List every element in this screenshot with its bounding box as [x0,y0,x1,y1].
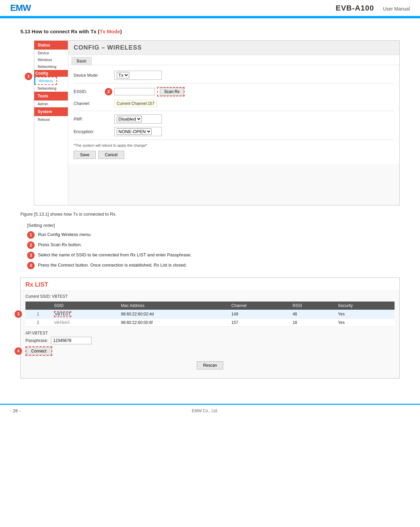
passphrase-input[interactable] [51,337,92,344]
step-badge-2: 2 [27,241,35,249]
page-content: 5.13 How to connect Rx with Tx (Tx Mode)… [0,18,420,397]
step-badge-3: 3 [27,252,35,259]
badge-1: 1 [25,73,32,80]
rx-list-content: Current SSID: VBTEST SSID Mac Address Ch… [21,291,399,378]
col-rssi: RSSI [289,302,335,310]
sidebar-system[interactable]: System [34,107,68,116]
sidebar-status[interactable]: Status [34,41,68,50]
row-num: 2 [25,319,51,327]
sidebar: Status Device Wireless Networking 1 Conf… [34,41,68,205]
encryption-select[interactable]: NONE-OPEN [114,127,162,136]
channel-value: Current Channel:157 [114,100,157,107]
step-4-text: Press the Connect button. Once connectio… [38,262,187,269]
rx-list-header: Rx LIST [21,278,399,291]
pmf-label: PMF: [74,117,114,122]
connect-highlight: Connect [25,346,52,356]
channel-label: Channel: [74,101,114,106]
footer: - 26 - EMW Co., Ltd. [0,404,420,417]
save-button[interactable]: Save [74,151,96,159]
passphrase-label: Passphrase: [25,338,48,343]
row-ssid[interactable]: VBTEST [51,319,117,327]
sidebar-item-networking-config[interactable]: Networking [34,85,68,92]
table-row[interactable]: 3 1 VBTEST98:60:22:60:02:4d14948Yes [25,310,395,319]
manual-label: User Manual [383,6,410,12]
ui-screenshot: Status Device Wireless Networking 1 Conf… [34,40,400,205]
step-2-text: Press Scan Rx button. [38,241,82,248]
rx-list-title: Rx LIST [25,281,395,288]
footer-company: EMW Co., Ltd. [20,408,389,413]
sidebar-item-reboot[interactable]: Reboot [34,116,68,123]
pmf-select[interactable]: Disabled [114,114,162,124]
encryption-dropdown[interactable]: NONE-OPEN [117,128,152,135]
sidebar-config[interactable]: Config [34,70,68,77]
product-name: EVB-A100 [336,4,374,13]
rescan-area: Rescan [25,361,395,375]
sidebar-item-device[interactable]: Device [34,50,68,56]
step-badge-4: 4 [27,262,35,269]
connect-button[interactable]: Connect [26,347,52,355]
step-1: 1 Run Config Wireless menu. [27,231,400,239]
row-security: Yes [335,310,395,319]
row-mac: 98:60:22:60:00:6f [117,319,228,327]
passphrase-row: Passphrase: [25,337,395,344]
section-title: 5.13 How to connect Rx with Tx (Tx Mode) [20,29,400,34]
row-channel: 149 [228,310,289,319]
row-security: Yes [335,319,395,327]
row-rssi: 18 [289,319,335,327]
setting-order: [Setting order] 1 Run Config Wireless me… [20,223,400,269]
setting-order-title: [Setting order] [27,223,400,228]
col-channel: Channel [228,302,289,310]
essid-input[interactable] [114,88,155,95]
sidebar-item-networking[interactable]: Networking [34,63,68,70]
encryption-label: Encryption: [74,129,114,134]
form-row-channel: Channel: Current Channel:157 [74,100,394,107]
spacer [68,164,399,205]
form-row-essid: ESSID: 2 Scan Rx [74,87,394,96]
pmf-dropdown[interactable]: Disabled [117,116,142,122]
badge-4: 4 [15,347,22,355]
form-row-device-mode: Device Mode: Tx [74,71,394,80]
scan-rx-button[interactable]: Scan Rx [160,88,184,96]
footer-page: - 26 - [10,408,20,413]
col-num [25,302,51,310]
table-header-row: SSID Mac Address Channel RSSI Security [25,302,395,310]
step-4: 4 Press the Connect button. Once connect… [27,262,400,269]
step-badge-1: 1 [27,231,35,239]
step-3-text: Select the name of SSID to be connected … [38,252,192,258]
ap-info: AP:VBTEST Passphrase: 4 Connect [25,331,395,356]
step-2: 2 Press Scan Rx button. [27,241,400,249]
device-mode-dropdown[interactable]: Tx [117,72,129,78]
config-title: CONFIG – WIRELESS [68,41,399,55]
emw-logo: EMW [10,3,31,13]
config-ui-box: Status Device Wireless Networking 1 Conf… [34,40,400,205]
row-ssid[interactable]: VBTEST [51,310,117,319]
ssid-highlight: VBTEST [54,311,71,317]
table-row[interactable]: 2VBTEST98:60:22:60:00:6f15718Yes [25,319,395,327]
badge-2: 2 [105,88,112,95]
connect-btn-wrap: 4 Connect [25,346,395,356]
form-row-encryption: Encryption: NONE-OPEN [74,127,394,136]
tab-basic[interactable]: Basic [72,57,92,65]
cancel-button[interactable]: Cancel [98,151,124,159]
sidebar-tools[interactable]: Tools [34,92,68,101]
form-buttons: Save Cancel [74,151,394,159]
device-mode-select[interactable]: Tx [114,71,162,80]
row-rssi: 48 [289,310,335,319]
sidebar-item-wireless-status[interactable]: Wireless [34,56,68,63]
row-mac: 98:60:22:60:02:4d [117,310,228,319]
rescan-button[interactable]: Rescan [197,361,224,369]
scan-rx-highlight: Scan Rx [157,87,185,96]
ap-label: AP:VBTEST [25,331,395,335]
header: EMW EVB-A100 User Manual [0,0,420,17]
sidebar-item-wireless-config[interactable]: Wireless [34,77,57,85]
tab-bar: Basic [68,55,399,65]
figure-caption: Figure [5.13.1] shows how Tx is connecte… [20,212,400,217]
badge-3: 3 [15,310,22,318]
reboot-note: *The system will reboot to apply the cha… [74,143,394,147]
col-security: Security [335,302,395,310]
device-mode-label: Device Mode: [74,73,114,78]
sidebar-item-admin[interactable]: Admin [34,101,68,107]
col-mac: Mac Address [117,302,228,310]
rx-table: SSID Mac Address Channel RSSI Security 3… [25,302,395,327]
rx-list-box: Rx LIST Current SSID: VBTEST SSID Mac Ad… [20,277,400,379]
